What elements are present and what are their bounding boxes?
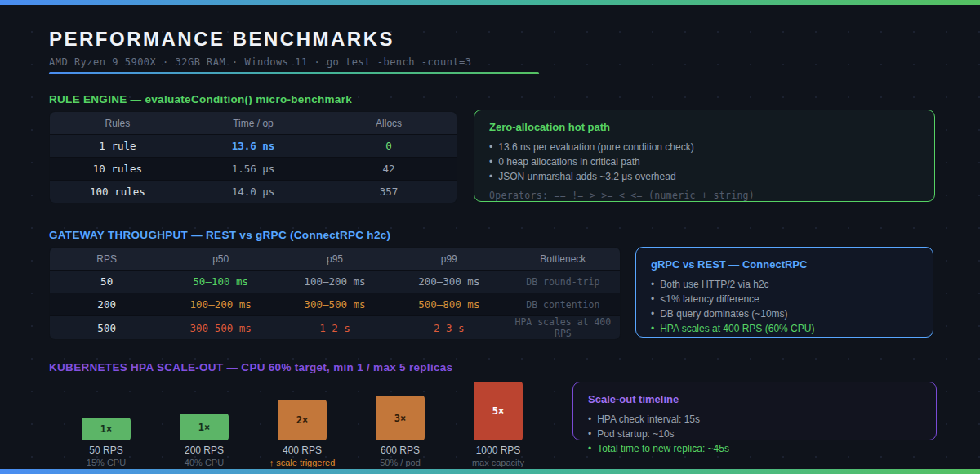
card-title: gRPC vs REST — ConnectRPC <box>651 258 918 271</box>
section-title-rule-engine: RULE ENGINE — evaluateCondition() micro-… <box>49 93 352 105</box>
bar-note-label: ↑ scale triggered <box>253 458 351 467</box>
card-bullet: Total time to new replica: ~45s <box>588 441 921 456</box>
bar-area: 1× <box>57 372 155 440</box>
column-header: p50 <box>163 248 278 271</box>
p50-cell: 300–500 ms <box>163 316 278 340</box>
table-row: 5050–100 ms100–200 ms200–300 msDB round-… <box>50 271 621 293</box>
header-underline <box>49 72 539 74</box>
bar-rps-label: 1000 RPS <box>449 445 547 456</box>
bottleneck-cell: HPA scales at 400 RPS <box>506 316 621 340</box>
operators-footnote: Operators: == != > >= < <= (numeric + st… <box>489 190 920 201</box>
card-bullet-list: Both use HTTP/2 via h2c<1% latency diffe… <box>651 277 918 336</box>
hpa-bar-group: 2×400 RPS↑ scale triggered <box>253 372 351 467</box>
replica-multiplier-label: 1× <box>198 422 210 433</box>
allocs-cell: 42 <box>321 158 457 181</box>
scale-out-timeline-card: Scale-out timeline HPA check interval: 1… <box>572 382 937 440</box>
p50-cell: 100–200 ms <box>163 293 278 316</box>
bar-note-label: 15% CPU <box>57 458 155 467</box>
table-row: 10 rules1.56 μs42 <box>50 158 457 181</box>
bottom-accent-bar <box>0 469 980 474</box>
rules-cell: 1 rule <box>50 135 185 158</box>
replica-bar: 5× <box>474 382 523 440</box>
column-header: Allocs <box>321 112 457 135</box>
column-header: Rules <box>50 112 185 135</box>
card-bullet: HPA scales at 400 RPS (60% CPU) <box>651 321 918 336</box>
card-bullet: 0 heap allocations in critical path <box>489 154 920 169</box>
column-header: RPS <box>50 248 164 271</box>
card-bullet: Pod startup: ~10s <box>588 427 921 441</box>
table-row: 1 rule13.6 ns0 <box>50 135 457 158</box>
p95-cell: 1–2 s <box>278 316 392 340</box>
bottleneck-cell: DB contention <box>506 293 621 316</box>
p50-cell: 50–100 ms <box>163 271 278 293</box>
column-header: Time / op <box>185 112 321 135</box>
rps-cell: 200 <box>50 293 164 316</box>
grpc-vs-rest-card: gRPC vs REST — ConnectRPC Both use HTTP/… <box>635 247 933 338</box>
time-per-op-cell: 1.56 μs <box>185 158 321 181</box>
bar-area: 1× <box>155 372 253 440</box>
card-bullet-list: HPA check interval: 15sPod startup: ~10s… <box>588 412 921 456</box>
bar-area: 3× <box>351 372 449 440</box>
p99-cell: 500–800 ms <box>392 293 506 316</box>
column-header: p95 <box>278 248 392 271</box>
section-title-gateway: GATEWAY THROUGHPUT — REST vs gRPC (Conne… <box>49 229 390 241</box>
card-title: Zero-allocation hot path <box>489 121 920 133</box>
time-per-op-cell: 14.0 μs <box>185 181 321 203</box>
bottleneck-cell: DB round-trip <box>506 271 621 293</box>
replica-multiplier-label: 1× <box>100 423 112 435</box>
allocs-cell: 357 <box>321 181 457 203</box>
table-row: 100 rules14.0 μs357 <box>50 181 457 203</box>
hpa-bar-chart: 1×50 RPS15% CPU1×200 RPS40% CPU2×400 RPS… <box>82 372 539 470</box>
column-header: Bottleneck <box>506 248 621 271</box>
table-row: 200100–200 ms300–500 ms500–800 msDB cont… <box>50 293 621 316</box>
rule-engine-table-head: RulesTime / opAllocs <box>50 112 457 135</box>
p99-cell: 2–3 s <box>392 316 506 340</box>
hpa-bar-group: 3×600 RPS50% / pod <box>351 372 449 467</box>
rule-engine-table: RulesTime / opAllocs 1 rule13.6 ns010 ru… <box>49 111 457 203</box>
column-header: p99 <box>392 248 506 271</box>
page-subtitle: AMD Ryzen 9 5900X · 32GB RAM · Windows 1… <box>49 56 472 68</box>
bar-rps-label: 400 RPS <box>253 445 351 456</box>
card-title: Scale-out timeline <box>588 393 921 405</box>
bar-area: 5× <box>449 372 547 440</box>
card-bullet: <1% latency difference <box>651 292 918 306</box>
rules-cell: 10 rules <box>50 158 185 181</box>
card-bullet: HPA check interval: 15s <box>588 412 921 427</box>
hpa-bar-group: 5×1000 RPSmax capacity <box>449 372 547 467</box>
p95-cell: 300–500 ms <box>278 293 392 316</box>
card-bullet-list: 13.6 ns per evaluation (pure condition c… <box>489 140 920 184</box>
page-title: PERFORMANCE BENCHMARKS <box>49 28 394 51</box>
hpa-bar-group: 1×50 RPS15% CPU <box>57 372 155 467</box>
bar-note-label: 40% CPU <box>155 458 253 467</box>
card-bullet: JSON unmarshal adds ~3.2 μs overhead <box>489 169 920 184</box>
bar-note-label: max capacity <box>449 458 547 467</box>
bar-note-label: 50% / pod <box>351 458 449 467</box>
bar-rps-label: 600 RPS <box>351 445 449 456</box>
hpa-bar-group: 1×200 RPS40% CPU <box>155 372 253 467</box>
replica-bar: 3× <box>376 396 425 440</box>
replica-multiplier-label: 5× <box>492 405 504 417</box>
zero-allocation-card: Zero-allocation hot path 13.6 ns per eva… <box>474 110 935 202</box>
time-per-op-cell: 13.6 ns <box>185 135 321 158</box>
bar-rps-label: 50 RPS <box>57 445 155 456</box>
card-bullet: Both use HTTP/2 via h2c <box>651 277 918 292</box>
card-bullet: DB query dominates (~10ms) <box>651 306 918 321</box>
rps-cell: 50 <box>50 271 164 293</box>
replica-bar: 1× <box>82 418 131 440</box>
bar-area: 2× <box>253 372 351 440</box>
table-row: 500300–500 ms1–2 s2–3 sHPA scales at 400… <box>50 316 621 340</box>
replica-bar: 2× <box>278 400 327 440</box>
rps-cell: 500 <box>50 316 164 340</box>
gateway-table: RPSp50p95p99Bottleneck 5050–100 ms100–20… <box>49 247 621 340</box>
replica-multiplier-label: 2× <box>296 414 308 426</box>
allocs-cell: 0 <box>321 135 457 158</box>
bar-rps-label: 200 RPS <box>155 445 253 456</box>
top-accent-bar <box>0 0 980 5</box>
card-bullet: 13.6 ns per evaluation (pure condition c… <box>489 140 920 154</box>
replica-multiplier-label: 3× <box>394 413 406 424</box>
p99-cell: 200–300 ms <box>392 271 506 293</box>
gateway-table-head: RPSp50p95p99Bottleneck <box>50 248 621 271</box>
rules-cell: 100 rules <box>50 181 185 203</box>
p95-cell: 100–200 ms <box>278 271 392 293</box>
replica-bar: 1× <box>180 414 229 440</box>
